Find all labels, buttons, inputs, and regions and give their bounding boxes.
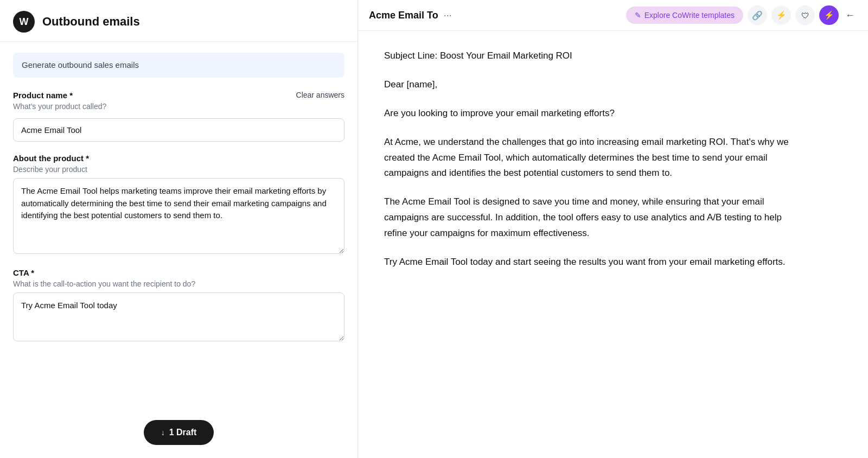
cowrite-label: Explore CoWrite templates bbox=[644, 11, 735, 20]
email-paragraph-1: Are you looking to improve your email ma… bbox=[384, 106, 796, 122]
page-title: Outbound emails bbox=[42, 15, 140, 29]
cta-textarea[interactable] bbox=[13, 292, 344, 341]
email-paragraph-3: The Acme Email Tool is designed to save … bbox=[384, 194, 796, 241]
shield-button[interactable]: 🛡 bbox=[795, 5, 815, 25]
about-product-description: Describe your product bbox=[13, 165, 344, 174]
about-product-section: About the product * Describe your produc… bbox=[13, 154, 344, 256]
more-icon[interactable]: ··· bbox=[444, 10, 452, 21]
email-body: Subject Line: Boost Your Email Marketing… bbox=[384, 48, 796, 270]
back-arrow-icon[interactable]: ← bbox=[843, 8, 857, 23]
draft-button-label: 1 Draft bbox=[169, 428, 197, 437]
right-header-actions: ✎ Explore CoWrite templates 🔗 ⚡ 🛡 ⚡ ← bbox=[626, 5, 857, 25]
bolt-button[interactable]: ⚡ bbox=[819, 5, 839, 25]
subject-line: Subject Line: Boost Your Email Marketing… bbox=[384, 48, 796, 64]
cta-label: CTA * bbox=[13, 268, 344, 277]
fields-header-row: Product name * What's your product calle… bbox=[13, 91, 344, 115]
bolt-icon: ⚡ bbox=[824, 10, 834, 20]
pen-icon: ✎ bbox=[635, 11, 641, 20]
logo-icon: W bbox=[13, 11, 35, 33]
product-name-field bbox=[13, 118, 344, 142]
draft-button-container: ↓ 1 Draft bbox=[0, 409, 358, 458]
doc-title: Acme Email To bbox=[369, 10, 438, 21]
left-content: Generate outbound sales emails Product n… bbox=[0, 42, 358, 409]
down-arrow-icon: ↓ bbox=[161, 428, 165, 437]
draft-button[interactable]: ↓ 1 Draft bbox=[144, 420, 214, 445]
left-header: W Outbound emails bbox=[0, 0, 358, 42]
email-paragraph-2: At Acme, we understand the challenges th… bbox=[384, 135, 796, 182]
clear-answers-link[interactable]: Clear answers bbox=[296, 91, 344, 99]
link-button[interactable]: 🔗 bbox=[748, 5, 767, 25]
right-content: Subject Line: Boost Your Email Marketing… bbox=[358, 31, 868, 458]
bolt-outline-button[interactable]: ⚡ bbox=[771, 5, 791, 25]
email-greeting: Dear [name], bbox=[384, 77, 796, 93]
link-icon: 🔗 bbox=[752, 10, 763, 21]
about-product-label: About the product * bbox=[13, 154, 344, 163]
product-name-input[interactable] bbox=[13, 118, 344, 142]
about-product-textarea[interactable] bbox=[13, 178, 344, 254]
shield-icon: 🛡 bbox=[801, 11, 809, 20]
right-panel: Acme Email To ··· ✎ Explore CoWrite temp… bbox=[358, 0, 868, 458]
email-paragraph-4: Try Acme Email Tool today and start seei… bbox=[384, 255, 796, 270]
left-panel: W Outbound emails Generate outbound sale… bbox=[0, 0, 358, 458]
bolt-outline-icon: ⚡ bbox=[776, 10, 787, 20]
cta-section: CTA * What is the call-to-action you wan… bbox=[13, 268, 344, 344]
product-name-section: Product name * What's your product calle… bbox=[13, 91, 296, 115]
cta-description: What is the call-to-action you want the … bbox=[13, 279, 344, 288]
subtitle-text: Generate outbound sales emails bbox=[22, 60, 139, 69]
subtitle-banner: Generate outbound sales emails bbox=[13, 53, 344, 78]
right-header: Acme Email To ··· ✎ Explore CoWrite temp… bbox=[358, 0, 868, 31]
product-name-description: What's your product called? bbox=[13, 102, 296, 111]
right-header-left: Acme Email To ··· bbox=[369, 10, 620, 21]
cowrite-button[interactable]: ✎ Explore CoWrite templates bbox=[626, 7, 743, 24]
product-name-label: Product name * bbox=[13, 91, 296, 100]
